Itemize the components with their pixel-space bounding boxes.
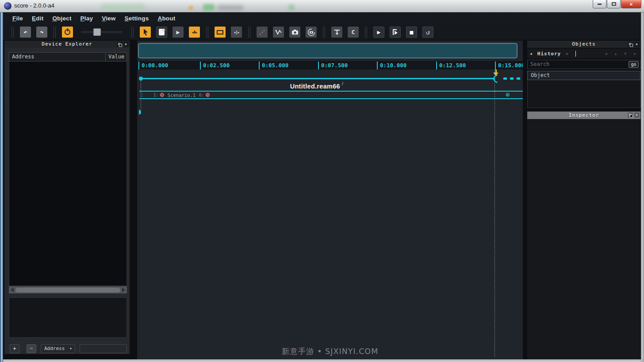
device-tree-hscrollbar[interactable] — [9, 286, 127, 293]
object-search-bar[interactable]: Search go — [527, 60, 640, 69]
scrollbar-thumb[interactable] — [15, 288, 120, 293]
remove-device-button[interactable]: ✂ — [27, 344, 36, 353]
menu-edit[interactable]: Edit — [27, 13, 48, 23]
menu-play[interactable]: Play — [76, 13, 98, 23]
slider-knob[interactable] — [93, 28, 101, 36]
grow-mode-button[interactable]: ◂|▸ — [231, 27, 242, 38]
nav-back-icon[interactable]: ◀ — [605, 52, 607, 56]
slot-drag-handle[interactable]: ⋮ — [140, 92, 145, 98]
curve-mode-button[interactable] — [273, 27, 284, 38]
history-nav-buttons: ◀ ▲ ▼ ▶ — [605, 52, 640, 56]
reinitialize-button[interactable]: ↺ — [422, 27, 433, 38]
close-button[interactable]: × — [621, 0, 641, 8]
objects-panel-titlebar[interactable]: Objects × — [527, 41, 640, 48]
undo-button[interactable]: ↶ — [20, 27, 31, 38]
menubar: File Edit Object Play View Settings Abou… — [3, 12, 641, 24]
scenario-canvas[interactable]: 0:00.000 0:02.500 0:05.000 0:07.500 0:10… — [137, 41, 523, 359]
tick-label: 0:07.500 — [321, 62, 348, 69]
menu-object[interactable]: Object — [48, 13, 76, 23]
transport-play-button[interactable]: ▶ — [373, 27, 384, 38]
scenario-area[interactable]: Untitled.ream66/ ⋮ I: Scenario.1 O: ⊕ — [137, 69, 523, 359]
time-ruler[interactable]: 0:00.000 0:02.500 0:05.000 0:07.500 0:10… — [137, 60, 523, 69]
undo-icon: ↶ — [24, 29, 27, 35]
float-icon — [629, 43, 631, 45]
toolbar-separator — [54, 27, 56, 38]
object-column-header[interactable]: Object — [527, 71, 640, 80]
menu-about[interactable]: About — [153, 13, 180, 23]
play-tool-button[interactable]: ▶ — [172, 27, 184, 38]
column-value[interactable]: Value — [106, 53, 126, 61]
speed-slider[interactable] — [81, 31, 123, 33]
toolbar-separator — [206, 27, 208, 38]
select-tool-button[interactable] — [140, 27, 151, 38]
inspector-titlebar[interactable]: Inspector × — [527, 112, 640, 119]
transport-stop-button[interactable]: ■ — [406, 27, 417, 38]
nav-forward-icon[interactable]: ▶ — [634, 52, 636, 56]
menu-view[interactable]: View — [97, 13, 120, 23]
titlebar[interactable]: score - 2.0.0-a4 × — [0, 0, 644, 12]
inspector-body — [527, 119, 640, 359]
scroll-right-icon[interactable] — [122, 288, 125, 292]
scale-mode-button[interactable]: ◂A▸ — [189, 27, 200, 38]
maximize-button[interactable] — [607, 0, 621, 8]
tab-scroll-right-icon[interactable]: ▶ — [564, 52, 571, 56]
search-go-button[interactable]: go — [629, 61, 639, 68]
add-trigger-button[interactable] — [331, 27, 342, 38]
timeline-minimap[interactable] — [138, 43, 518, 58]
scenario-slot[interactable]: ⋮ I: Scenario.1 O: ⊕ — [139, 91, 523, 99]
device-explorer-title: Device Explorer — [42, 41, 92, 47]
right-dock-area: Objects × ◀ History ▶ ◀ ▲ ▼ ▶ — [527, 41, 640, 359]
interval-title[interactable]: Untitled.ream66/ — [137, 83, 494, 90]
rack-toggle-icon[interactable]: / — [342, 81, 343, 86]
tab-history[interactable]: History — [535, 51, 564, 57]
close-panel-button[interactable]: × — [634, 42, 640, 47]
interval-name[interactable]: Untitled.ream66 — [290, 83, 340, 90]
add-condition-button[interactable]: C — [348, 27, 359, 38]
rescale-mode-button[interactable] — [215, 27, 226, 38]
float-panel-button[interactable] — [117, 42, 122, 47]
play-from-here-button[interactable] — [390, 27, 401, 38]
address-mode-dropdown[interactable]: Address ▼ — [41, 344, 75, 353]
menu-settings[interactable]: Settings — [120, 13, 153, 23]
device-tree-view[interactable] — [9, 62, 127, 286]
flexible-end-brace-icon[interactable] — [491, 74, 498, 83]
create-tool-button[interactable] — [156, 27, 167, 38]
add-device-button[interactable]: + — [10, 344, 19, 353]
object-list[interactable] — [527, 80, 640, 108]
input-state-icon[interactable] — [160, 93, 164, 97]
minimize-icon — [598, 4, 602, 5]
record-button[interactable] — [289, 27, 300, 38]
app-window: score - 2.0.0-a4 × File Edit Object Play… — [0, 0, 644, 362]
snapshot-icon: ⋰ — [259, 29, 265, 35]
crosshair-icon[interactable]: ⊕ — [506, 91, 510, 98]
float-panel-button[interactable] — [628, 112, 633, 118]
minimize-button[interactable] — [593, 0, 606, 8]
close-icon: × — [123, 42, 129, 47]
output-state-icon[interactable] — [206, 93, 210, 97]
scroll-left-icon[interactable] — [11, 288, 14, 292]
search-input[interactable]: Search — [530, 61, 549, 67]
nav-up-icon[interactable]: ▲ — [615, 52, 617, 56]
start-state-marker[interactable] — [139, 110, 141, 115]
menu-file[interactable]: File — [8, 13, 27, 23]
close-panel-button[interactable]: × — [123, 42, 129, 47]
address-value-input[interactable] — [80, 344, 127, 353]
tab-scroll-left-icon[interactable]: ◀ — [527, 52, 535, 56]
close-panel-button[interactable]: × — [634, 112, 640, 118]
redo-button[interactable]: ↷ — [36, 27, 47, 38]
interval-bar[interactable] — [141, 78, 495, 79]
device-explorer-titlebar[interactable]: Device Explorer × — [4, 41, 130, 48]
window-title: score - 2.0.0-a4 — [14, 2, 54, 9]
app-body: File Edit Object Play View Settings Abou… — [3, 12, 641, 359]
snapshot-button[interactable]: ⋰ — [257, 27, 268, 38]
column-address[interactable]: Address — [9, 53, 106, 61]
record-parameters-button[interactable] — [306, 27, 317, 38]
close-icon: × — [634, 112, 640, 118]
listening-toggle-button[interactable] — [62, 27, 73, 38]
float-panel-button[interactable] — [628, 42, 633, 47]
camera-icon — [291, 29, 299, 35]
nav-down-icon[interactable]: ▼ — [624, 52, 626, 56]
glass-artifact — [101, 4, 145, 10]
scenario-name[interactable]: Scenario.1 — [168, 92, 196, 98]
interval-start-point[interactable] — [139, 77, 143, 81]
